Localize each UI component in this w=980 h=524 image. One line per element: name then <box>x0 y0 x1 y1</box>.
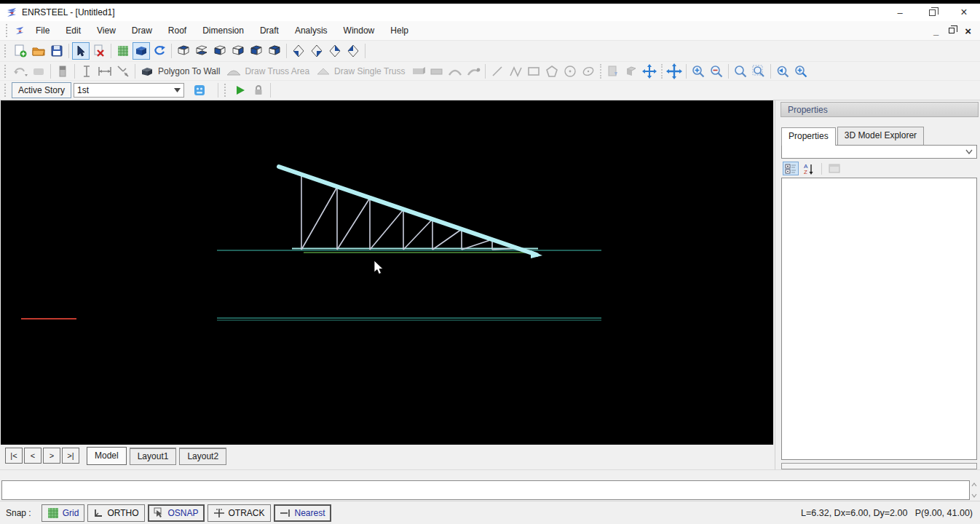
export-model-button[interactable] <box>623 63 640 80</box>
properties-panel-header[interactable]: Properties <box>781 102 979 117</box>
zoom-realtime-button[interactable] <box>792 63 810 80</box>
scroll-down-icon[interactable] <box>971 493 977 498</box>
iso-view-se-button[interactable] <box>308 42 325 60</box>
shaded-view-button[interactable] <box>133 42 150 60</box>
lock-button[interactable] <box>250 82 267 99</box>
window-restore-button[interactable] <box>916 4 948 21</box>
tab-layout1[interactable]: Layout1 <box>130 448 177 465</box>
draw-wall-button[interactable] <box>410 63 427 80</box>
document-close-button[interactable]: × <box>965 25 971 37</box>
drawing-canvas[interactable] <box>1 100 773 445</box>
zoom-extents-button[interactable] <box>750 63 767 80</box>
object-selector-combobox[interactable] <box>781 145 977 159</box>
draw-arc-wall-2-button[interactable] <box>465 63 482 80</box>
toolbar1-grip[interactable] <box>4 44 8 57</box>
draw-circle-button[interactable] <box>561 63 579 80</box>
delete-button[interactable] <box>90 42 108 60</box>
nearest-toggle[interactable]: Nearest <box>274 504 331 522</box>
active-story-select[interactable]: 1st <box>74 83 184 98</box>
toolbar2-grip[interactable] <box>4 65 8 78</box>
view-bottom-button[interactable] <box>193 42 210 60</box>
menu-item-view[interactable]: View <box>89 23 124 39</box>
command-input[interactable] <box>1 480 970 500</box>
undo-button[interactable] <box>12 63 29 80</box>
draw-rectangle-button[interactable] <box>525 63 542 80</box>
zoom-window-button[interactable] <box>732 63 749 80</box>
draw-polygon-button[interactable] <box>543 63 561 80</box>
alphabetical-sort-button[interactable]: AZ <box>801 162 817 175</box>
toolbar3-grip[interactable] <box>4 84 8 97</box>
polygon-to-wall-button[interactable] <box>138 63 156 80</box>
otrack-toggle[interactable]: OTRACK <box>208 504 271 522</box>
open-file-button[interactable] <box>30 42 47 60</box>
redo-button[interactable] <box>30 63 47 80</box>
sheet-nav-next-button[interactable]: > <box>43 448 60 464</box>
view-top-button[interactable] <box>175 42 192 60</box>
view-back-button[interactable] <box>266 42 283 60</box>
osnap-toggle[interactable]: OSNAP <box>148 504 205 522</box>
window-close-button[interactable]: × <box>948 4 980 21</box>
draw-polyline-button[interactable] <box>507 63 524 80</box>
select-tool-button[interactable] <box>72 42 90 60</box>
menu-item-edit[interactable]: Edit <box>58 23 89 39</box>
sheet-nav-first-button[interactable]: |< <box>5 448 23 464</box>
window-minimize-button[interactable]: – <box>884 4 916 21</box>
tab-3d-model-explorer[interactable]: 3D Model Explorer <box>837 127 924 145</box>
document-minimize-button[interactable]: _ <box>933 25 938 36</box>
pan-button[interactable] <box>665 63 683 80</box>
scroll-up-icon[interactable] <box>971 483 977 487</box>
save-button[interactable] <box>48 42 66 60</box>
categorized-view-button[interactable] <box>783 162 799 175</box>
menu-item-draft[interactable]: Draft <box>252 23 287 39</box>
iso-view-ne-button[interactable] <box>326 42 344 60</box>
menu-item-draw[interactable]: Draw <box>124 23 160 39</box>
menu-item-dimension[interactable]: Dimension <box>194 23 252 39</box>
ortho-toggle[interactable]: ORTHO <box>87 504 144 522</box>
tab-layout2[interactable]: Layout2 <box>179 448 226 465</box>
dimension-aligned-button[interactable] <box>96 63 114 80</box>
sheet-nav-last-button[interactable]: >| <box>62 448 79 464</box>
import-model-button[interactable] <box>604 63 622 80</box>
iso-view-nw-button[interactable] <box>344 42 362 60</box>
dimension-linear-button[interactable] <box>78 63 95 80</box>
view-left-button[interactable] <box>211 42 229 60</box>
run-button[interactable] <box>232 82 249 99</box>
new-file-button[interactable] <box>12 42 29 60</box>
menu-item-help[interactable]: Help <box>382 23 416 39</box>
sheet-nav-prev-button[interactable]: < <box>24 448 42 464</box>
tab-properties[interactable]: Properties <box>781 127 836 146</box>
grid-toggle-button[interactable] <box>114 42 132 60</box>
draw-truss-area-button[interactable] <box>225 63 242 80</box>
orbit-view-button[interactable] <box>151 42 168 60</box>
match-properties-button[interactable] <box>54 63 71 80</box>
draw-wall-2-button[interactable] <box>428 63 446 80</box>
dimension-angle-button[interactable] <box>114 63 132 80</box>
move-model-button[interactable] <box>641 63 658 80</box>
run-group-grip[interactable] <box>224 84 228 97</box>
snap-grid-toggle[interactable]: Grid <box>42 504 85 522</box>
draw-truss-area-label[interactable]: Draw Truss Area <box>243 66 314 76</box>
draw-line-button[interactable] <box>489 63 506 80</box>
draw-single-truss-label[interactable]: Draw Single Truss <box>333 66 409 76</box>
menu-item-analysis[interactable]: Analysis <box>287 23 336 39</box>
menu-item-roof[interactable]: Roof <box>160 23 194 39</box>
command-history-scroll[interactable] <box>970 480 979 500</box>
menu-item-file[interactable]: File <box>28 23 58 39</box>
iso-view-sw-button[interactable] <box>290 42 307 60</box>
draw-arc-wall-button[interactable] <box>446 63 464 80</box>
property-grid-empty-area[interactable] <box>781 178 977 460</box>
view-front-button[interactable] <box>248 42 265 60</box>
menu-item-window[interactable]: Window <box>336 23 383 39</box>
property-pages-button[interactable] <box>826 162 842 175</box>
edit-floors-button[interactable] <box>191 82 208 99</box>
tab-model[interactable]: Model <box>87 447 127 465</box>
zoom-previous-button[interactable] <box>774 63 791 80</box>
polygon-to-wall-label[interactable]: Polygon To Wall <box>157 66 224 76</box>
zoom-in-button[interactable] <box>689 63 707 80</box>
view-right-button[interactable] <box>229 42 247 60</box>
menubar-grip[interactable] <box>6 24 9 37</box>
zoom-out-button[interactable] <box>708 63 725 80</box>
draw-single-truss-button[interactable] <box>315 63 332 80</box>
draw-ellipse-button[interactable] <box>580 63 597 80</box>
document-restore-button[interactable] <box>949 28 955 33</box>
